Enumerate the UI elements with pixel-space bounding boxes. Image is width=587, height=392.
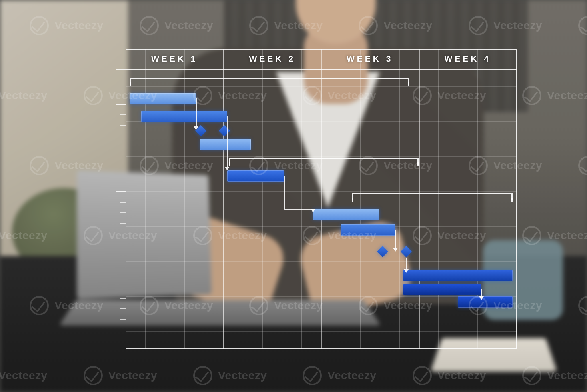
ruler-tick	[120, 319, 126, 320]
gantt-task-bar	[313, 209, 379, 220]
ruler-tick	[120, 298, 126, 299]
gantt-task-bar	[200, 139, 251, 150]
gantt-milestone	[401, 246, 412, 257]
gantt-summary-bar	[130, 78, 409, 85]
ruler-tick	[116, 104, 126, 105]
ruler-tick	[116, 69, 126, 70]
ruler-tick	[120, 202, 126, 203]
gantt-task-bar	[458, 296, 513, 308]
gantt-task-area	[126, 69, 517, 349]
ruler-tick	[116, 288, 126, 288]
gantt-milestone	[377, 246, 388, 257]
ruler-tick	[120, 212, 126, 213]
gantt-summary-bar	[352, 193, 513, 200]
gantt-row-ruler	[112, 69, 126, 349]
gantt-task-bar	[341, 224, 395, 236]
gantt-milestone	[195, 125, 206, 136]
gantt-week-header: WEEK 1 WEEK 2 WEEK 3 WEEK 4	[126, 49, 517, 70]
gantt-chart-overlay: WEEK 1 WEEK 2 WEEK 3 WEEK 4	[126, 49, 517, 349]
gantt-task-bar	[130, 93, 196, 104]
week-label-3: WEEK 3	[321, 49, 419, 69]
ruler-tick	[116, 191, 126, 192]
ruler-tick	[120, 330, 126, 330]
ruler-tick	[120, 125, 126, 126]
gantt-task-bar	[403, 270, 513, 281]
gantt-summary-bar	[229, 158, 419, 165]
gantt-task-bar	[403, 284, 481, 295]
week-label-4: WEEK 4	[419, 49, 517, 69]
ruler-tick	[120, 308, 126, 309]
week-label-2: WEEK 2	[224, 49, 321, 69]
week-label-1: WEEK 1	[126, 49, 224, 69]
ruler-tick	[120, 114, 126, 115]
ruler-tick	[120, 223, 126, 224]
gantt-milestone	[219, 125, 230, 136]
gantt-task-bar	[141, 111, 227, 122]
gantt-task-bar	[227, 170, 284, 182]
